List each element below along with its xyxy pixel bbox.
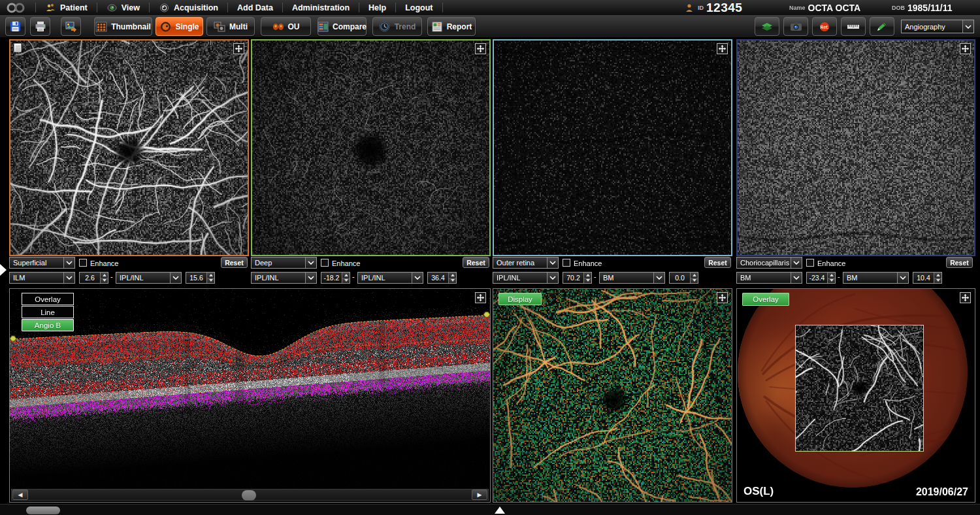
- from-boundary-select[interactable]: IPL/INL: [493, 272, 559, 284]
- panel-collapse-arrow[interactable]: [0, 264, 7, 276]
- to-offset-spinner[interactable]: 0.0: [669, 272, 698, 284]
- reset-button[interactable]: Reset: [704, 257, 731, 268]
- from-boundary-select[interactable]: BM: [736, 272, 802, 284]
- exam-date-label: 2019/06/27: [916, 486, 968, 498]
- bottom-scrollbar-thumb[interactable]: [26, 507, 60, 514]
- reset-button[interactable]: Reset: [221, 257, 248, 268]
- to-boundary-select[interactable]: BM: [599, 272, 665, 284]
- multi-view-button[interactable]: Multi: [206, 17, 255, 36]
- menu-view[interactable]: View: [99, 0, 148, 15]
- reset-button[interactable]: Reset: [946, 257, 973, 268]
- layer-select-superficial[interactable]: Superficial: [9, 257, 75, 269]
- expand-up-arrow[interactable]: [495, 507, 505, 514]
- acquisition-icon: [159, 3, 171, 13]
- enhance-checkbox[interactable]: [321, 259, 329, 267]
- menu-logout[interactable]: Logout: [397, 0, 440, 15]
- angio-panel-deep[interactable]: [251, 39, 491, 256]
- layer-select-outer-retina[interactable]: Outer retina: [493, 257, 559, 269]
- ou-view-button[interactable]: OU: [261, 17, 311, 36]
- expand-icon[interactable]: [717, 43, 728, 54]
- menu-separator: [227, 3, 228, 12]
- range-separator: -: [838, 273, 840, 280]
- enhance-checkbox[interactable]: [563, 259, 570, 267]
- color-angio-panel[interactable]: Display: [493, 288, 732, 503]
- reset-button[interactable]: Reset: [463, 257, 489, 268]
- from-offset-spinner[interactable]: -18.2: [321, 272, 350, 284]
- from-offset-spinner[interactable]: -23.4: [806, 272, 836, 284]
- menu-administration[interactable]: Administration: [284, 0, 357, 15]
- export-image-button[interactable]: [61, 17, 81, 36]
- report-view-button[interactable]: Report: [427, 17, 476, 36]
- expand-icon[interactable]: [475, 43, 486, 54]
- from-boundary-select[interactable]: ILM: [9, 272, 75, 284]
- range-separator: -: [110, 273, 113, 280]
- menu-add-data[interactable]: Add Data: [229, 0, 281, 15]
- display-button[interactable]: Display: [498, 293, 542, 305]
- menu-help[interactable]: Help: [361, 0, 394, 15]
- annotate-button[interactable]: [870, 17, 894, 36]
- enhance-checkbox[interactable]: [79, 259, 87, 267]
- line-toggle-button[interactable]: Line: [22, 306, 74, 318]
- angio-b-toggle-button[interactable]: Angio B: [22, 319, 74, 331]
- angio-panel-choriocapillaris[interactable]: [736, 39, 975, 256]
- scrollbar-thumb[interactable]: [242, 490, 256, 501]
- to-boundary-select[interactable]: IPL/INL: [116, 272, 182, 284]
- to-offset-spinner[interactable]: 10.4: [913, 272, 942, 284]
- scroll-right-button[interactable]: ▶: [472, 490, 487, 500]
- person-icon: [683, 3, 695, 13]
- scroll-left-button[interactable]: ◀: [12, 490, 28, 500]
- single-icon: [159, 22, 171, 32]
- to-boundary-select[interactable]: IPL/INL: [357, 272, 423, 284]
- enhance-label: Enhance: [90, 259, 118, 267]
- from-offset-spinner[interactable]: 2.6: [79, 272, 108, 284]
- print-button[interactable]: [30, 17, 50, 36]
- from-offset-spinner[interactable]: 70.2: [563, 272, 592, 284]
- trend-view-button[interactable]: Trend: [372, 17, 422, 36]
- menu-acquisition[interactable]: Acquisition: [151, 0, 226, 15]
- menu-separator: [149, 3, 150, 12]
- bottom-strip: [0, 504, 980, 515]
- enhance-label: Enhance: [332, 259, 360, 267]
- compare-view-button[interactable]: Compare: [318, 17, 367, 36]
- layer-select-deep[interactable]: Deep: [251, 257, 317, 269]
- mode-select[interactable]: Angiography: [901, 20, 974, 33]
- report-label: Report: [447, 22, 472, 31]
- menu-patient[interactable]: Patient: [37, 0, 95, 15]
- camera-button[interactable]: [783, 17, 808, 36]
- enhance-checkbox[interactable]: [806, 259, 814, 267]
- to-boundary-select[interactable]: BM: [843, 272, 909, 284]
- to-offset-spinner[interactable]: 15.6: [186, 272, 215, 284]
- angio-panel-superficial[interactable]: [9, 39, 249, 256]
- ruler-button[interactable]: [841, 17, 866, 36]
- app-logo-icon[interactable]: [0, 3, 34, 13]
- patient-name-label: Name: [789, 5, 806, 11]
- expand-icon[interactable]: [233, 43, 244, 54]
- layer-select-choriocapillaris[interactable]: Choriocapillaris: [736, 257, 802, 269]
- angio-panel-outer-retina[interactable]: [493, 39, 732, 256]
- menu-patient-label: Patient: [60, 3, 88, 12]
- menu-add-data-label: Add Data: [237, 3, 273, 12]
- reference-button[interactable]: Ref.: [812, 17, 837, 36]
- layers-button[interactable]: [755, 17, 779, 36]
- menu-separator: [442, 3, 443, 12]
- fundus-panel[interactable]: Overlay OS(L) 2019/06/27: [736, 288, 975, 503]
- patient-dob-value: 1985/11/11: [907, 3, 953, 13]
- menu-help-label: Help: [368, 3, 386, 12]
- bscan-scrollbar[interactable]: ◀ ▶: [11, 489, 489, 501]
- expand-icon[interactable]: [475, 292, 486, 303]
- enhance-label: Enhance: [817, 259, 845, 267]
- expand-icon[interactable]: [960, 292, 971, 303]
- to-offset-spinner[interactable]: 36.4: [427, 272, 457, 284]
- menu-administration-label: Administration: [292, 3, 350, 12]
- overlay-toggle-button[interactable]: Overlay: [22, 293, 74, 305]
- from-boundary-select[interactable]: IPL/INL: [251, 272, 317, 284]
- expand-icon[interactable]: [717, 292, 728, 303]
- note-icon[interactable]: [14, 43, 22, 52]
- bscan-panel[interactable]: Overlay Line Angio B ◀ ▶: [9, 288, 491, 503]
- range-separator: -: [352, 273, 355, 280]
- thumbnail-view-button[interactable]: Thumbnail: [94, 17, 152, 36]
- fundus-overlay-button[interactable]: Overlay: [742, 293, 789, 306]
- single-view-button[interactable]: Single: [155, 17, 203, 36]
- expand-icon[interactable]: [960, 43, 971, 54]
- save-button[interactable]: [5, 17, 25, 36]
